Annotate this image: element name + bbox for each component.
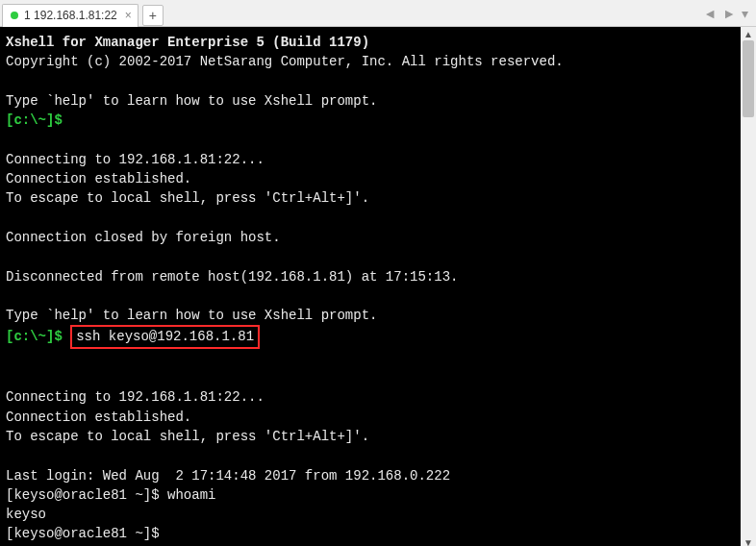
nav-dropdown-icon[interactable]: ▾ [742,6,748,21]
terminal-line: Disconnected from remote host(192.168.1.… [6,269,458,285]
add-tab-button[interactable]: + [142,5,164,26]
terminal-line: Connecting to 192.168.1.81:22... [6,389,265,405]
terminal-line: Connection established. [6,171,191,186]
terminal-line: To escape to local shell, press 'Ctrl+Al… [6,190,369,206]
terminal-line: Xshell for Xmanager Enterprise 5 (Build … [6,35,369,50]
terminal-line: Connection closed by foreign host. [6,230,281,245]
status-dot-icon [11,12,18,19]
tab-index: 1 [24,9,31,22]
terminal-area: Xshell for Xmanager Enterprise 5 (Build … [0,27,756,546]
terminal-output: keyso [6,507,46,522]
tab-bar: 1 192.168.1.81:22 × + ◄ ► ▾ [0,0,756,27]
terminal-line: Copyright (c) 2002-2017 NetSarang Comput… [6,54,564,69]
terminal-line: Connection established. [6,410,191,425]
terminal[interactable]: Xshell for Xmanager Enterprise 5 (Build … [0,27,741,546]
scroll-thumb[interactable] [743,40,754,117]
scrollbar[interactable]: ▲ ▼ [741,27,756,546]
nav-right-icon[interactable]: ► [722,6,736,21]
terminal-line: Type `help' to learn how to use Xshell p… [6,308,377,323]
scroll-track[interactable] [741,40,756,536]
terminal-prompt: [keyso@oracle81 ~]$ [6,487,167,503]
terminal-command: whoami [167,487,215,503]
scroll-down-icon[interactable]: ▼ [742,536,755,546]
terminal-line: To escape to local shell, press 'Ctrl+Al… [6,429,369,444]
scroll-up-icon[interactable]: ▲ [742,27,755,40]
plus-icon: + [149,8,157,23]
tab-nav: ◄ ► ▾ [703,6,756,21]
terminal-line: Last login: Wed Aug 2 17:14:48 2017 from… [6,468,450,484]
terminal-line: Type `help' to learn how to use Xshell p… [6,93,377,109]
tab-session-1[interactable]: 1 192.168.1.81:22 × [2,4,139,27]
terminal-line: Connecting to 192.168.1.81:22... [6,152,265,167]
terminal-prompt: [c:\~]$ [6,112,63,128]
nav-left-icon[interactable]: ◄ [703,6,717,21]
tab-title: 192.168.1.81:22 [34,9,117,22]
terminal-prompt: [c:\~]$ [6,329,63,344]
close-icon[interactable]: × [125,9,132,22]
highlighted-command: ssh keyso@192.168.1.81 [70,325,260,348]
terminal-prompt: [keyso@oracle81 ~]$ [6,526,167,541]
